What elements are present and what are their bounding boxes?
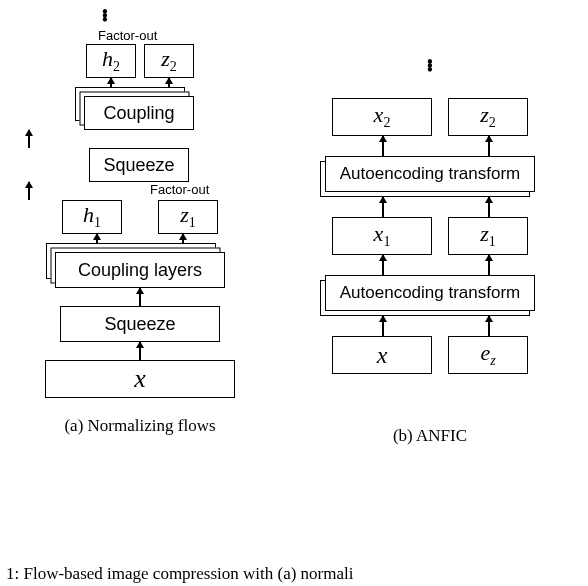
box-z2: z2 — [144, 44, 194, 78]
row-h2-z2: h2 z2 — [86, 44, 194, 78]
box-h1: h1 — [62, 200, 122, 234]
label-factor-out-top: Factor-out — [98, 28, 157, 43]
box-ez: ez — [448, 336, 528, 374]
row-h1-z1: h1 z1 — [62, 200, 218, 234]
label-factor-out-mid: Factor-out — [150, 182, 209, 197]
diagram-anfic: ••• x2 z2 Autoencoding transform — [300, 60, 560, 446]
arrow-icon — [28, 182, 30, 200]
vdots-icon: ••• — [102, 10, 108, 22]
box-z1-b: z1 — [448, 217, 528, 255]
box-z1: z1 — [158, 200, 218, 234]
caption-b: (b) ANFIC — [393, 426, 467, 446]
box-autoenc-top: Autoencoding transform — [325, 156, 535, 192]
box-autoenc-bottom: Autoencoding transform — [325, 275, 535, 311]
box-x-input-a: x — [45, 360, 235, 398]
figure-caption-fragment: 1: Flow-based image compression with (a)… — [6, 564, 353, 584]
row-x2-z2: x2 z2 — [332, 98, 528, 136]
arrow-icon — [28, 130, 30, 148]
box-h2: h2 — [86, 44, 136, 78]
diagram-normalizing-flows: ••• Factor-out h2 z2 Coupling — [30, 10, 250, 436]
box-squeeze-bottom: Squeeze — [60, 306, 220, 342]
box-x-input-b: x — [332, 336, 432, 374]
row-x1-z1: x1 z1 — [332, 217, 528, 255]
vdots-icon: ••• — [427, 60, 433, 72]
box-squeeze-top: Squeeze — [89, 148, 189, 182]
row-x-ez: x ez — [332, 336, 528, 374]
box-z2-b: z2 — [448, 98, 528, 136]
arrow-icon — [139, 288, 141, 306]
caption-a: (a) Normalizing flows — [64, 416, 215, 436]
box-x1: x1 — [332, 217, 432, 255]
arrow-icon — [139, 342, 141, 360]
box-x2: x2 — [332, 98, 432, 136]
box-coupling-stack-top: Coupling — [84, 96, 194, 130]
box-coupling-layers: Coupling layers — [55, 252, 225, 288]
